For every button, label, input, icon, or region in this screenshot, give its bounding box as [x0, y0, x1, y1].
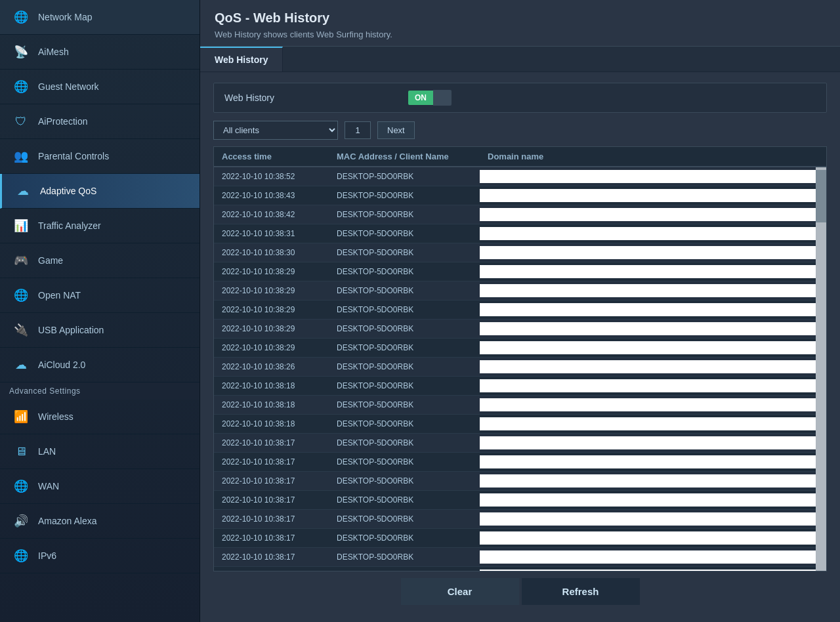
- cell-client: DESKTOP-5DO0RBK: [329, 455, 480, 468]
- cell-time: 2022-10-10 10:38:31: [214, 227, 329, 240]
- sidebar-advanced-items: 📶Wireless🖥LAN🌐WAN🔊Amazon Alexa🌐IPv6: [0, 400, 200, 573]
- cell-client: DESKTOP-5DO0RBK: [329, 208, 480, 221]
- cell-time: 2022-10-10 10:38:17: [214, 531, 329, 545]
- client-filter-select[interactable]: All clients: [213, 121, 338, 140]
- aiprotection-icon: 🛡: [12, 112, 30, 131]
- bottom-bar: Clear Refresh: [213, 571, 827, 612]
- sidebar-item-label-open-nat: Open NAT: [38, 290, 81, 301]
- cell-client: DESKTOP-5DO0RBK: [329, 246, 480, 259]
- table-row: 2022-10-10 10:38:17DESKTOP-5DO0RBK: [214, 491, 816, 510]
- cell-domain: [480, 303, 816, 316]
- scrollbar-thumb: [816, 170, 826, 222]
- cell-client: DESKTOP-5DO0RBK: [329, 303, 480, 316]
- adaptive-qos-icon: ☁: [14, 182, 32, 200]
- main-content: QoS - Web History Web History shows clie…: [200, 0, 840, 622]
- table-body[interactable]: 2022-10-10 10:38:52DESKTOP-5DO0RBK2022-1…: [214, 167, 816, 571]
- cell-domain: [480, 531, 816, 545]
- cell-time: 2022-10-10 10:38:52: [214, 170, 329, 183]
- cell-client: DESKTOP-5DO0RBK: [329, 493, 480, 507]
- cell-domain: [480, 189, 816, 202]
- scrollbar[interactable]: [816, 167, 826, 571]
- sidebar-item-guest-network[interactable]: 🌐Guest Network: [0, 70, 200, 104]
- aicloud-icon: ☁: [12, 356, 30, 374]
- sidebar-item-game[interactable]: 🎮Game: [0, 243, 200, 278]
- cell-client: DESKTOP-5DO0RBK: [329, 474, 480, 487]
- cell-domain: [480, 455, 816, 468]
- cell-time: 2022-10-10 10:38:17: [214, 550, 329, 564]
- cell-time: 2022-10-10 10:38:18: [214, 417, 329, 430]
- table-row: 2022-10-10 10:38:29DESKTOP-5DO0RBK: [214, 339, 816, 358]
- table-row: 2022-10-10 10:38:17DESKTOP-5DO0RBK: [214, 434, 816, 453]
- tab-web-history[interactable]: Web History: [200, 47, 283, 72]
- cell-domain: [480, 227, 816, 240]
- cell-domain: [480, 265, 816, 278]
- cell-client: DESKTOP-5DO0RBK: [329, 436, 480, 449]
- cell-client: DESKTOP-5DO0RBK: [329, 189, 480, 202]
- sidebar-item-parental-controls[interactable]: 👥Parental Controls: [0, 139, 200, 174]
- sidebar-item-ipv6[interactable]: 🌐IPv6: [0, 539, 200, 573]
- sidebar-item-label-aicloud: AiCloud 2.0: [38, 360, 85, 370]
- table-row: 2022-10-10 10:38:30DESKTOP-5DO0RBK: [214, 243, 816, 262]
- table-row: 2022-10-10 10:38:17DESKTOP-5DO0RBK: [214, 453, 816, 472]
- wireless-icon: 📶: [12, 407, 30, 426]
- cell-client: DESKTOP-5DO0RBK: [329, 417, 480, 430]
- cell-client: DESKTOP-5DO0RBK: [329, 284, 480, 297]
- cell-client: DESKTOP-5DO0RBK: [329, 322, 480, 335]
- open-nat-icon: 🌐: [12, 286, 30, 304]
- sidebar-item-lan[interactable]: 🖥LAN: [0, 434, 200, 469]
- toggle-label: Web History: [224, 93, 408, 103]
- ipv6-icon: 🌐: [12, 547, 30, 565]
- page-number-input[interactable]: [345, 121, 371, 139]
- th-access-time: Access time: [214, 152, 329, 161]
- sidebar-item-adaptive-qos[interactable]: ☁Adaptive QoS: [0, 174, 200, 209]
- web-history-toggle[interactable]: ON: [408, 90, 452, 106]
- sidebar-item-label-aimesh: AiMesh: [38, 47, 69, 57]
- cell-time: 2022-10-10 10:38:18: [214, 398, 329, 411]
- th-domain: Domain name: [480, 152, 816, 161]
- sidebar-item-aicloud[interactable]: ☁AiCloud 2.0: [0, 348, 200, 383]
- refresh-button[interactable]: Refresh: [522, 578, 640, 605]
- cell-domain: [480, 474, 816, 487]
- sidebar-item-open-nat[interactable]: 🌐Open NAT: [0, 278, 200, 313]
- cell-domain: [480, 512, 816, 526]
- sidebar-item-label-game: Game: [38, 255, 63, 266]
- sidebar-item-label-amazon-alexa: Amazon Alexa: [38, 516, 97, 526]
- table-header: Access time MAC Address / Client Name Do…: [214, 147, 826, 167]
- sidebar-item-label-aiprotection: AiProtection: [38, 116, 87, 127]
- cell-client: DESKTOP-5DO0RBK: [329, 512, 480, 526]
- cell-client: DESKTOP-5DO0RBK: [329, 360, 480, 373]
- sidebar-item-amazon-alexa[interactable]: 🔊Amazon Alexa: [0, 504, 200, 539]
- sidebar-item-label-adaptive-qos: Adaptive QoS: [40, 186, 96, 196]
- sidebar-item-label-wan: WAN: [38, 481, 59, 491]
- toggle-on-label: ON: [408, 91, 433, 105]
- sidebar-item-traffic-analyzer[interactable]: 📊Traffic Analyzer: [0, 209, 200, 243]
- sidebar-item-wireless[interactable]: 📶Wireless: [0, 400, 200, 434]
- sidebar-item-usb-application[interactable]: 🔌USB Application: [0, 313, 200, 348]
- sidebar-item-label-usb-application: USB Application: [38, 325, 104, 335]
- sidebar-item-aimesh[interactable]: 📡AiMesh: [0, 35, 200, 70]
- table-row: 2022-10-10 10:38:26DESKTOP-5DO0RBK: [214, 358, 816, 377]
- page-title: QoS - Web History: [215, 10, 826, 26]
- cell-time: 2022-10-10 10:38:26: [214, 360, 329, 373]
- clear-button[interactable]: Clear: [401, 578, 519, 605]
- sidebar-item-label-network-map: Network Map: [38, 12, 92, 22]
- cell-time: 2022-10-10 10:38:17: [214, 474, 329, 487]
- table-body-container: 2022-10-10 10:38:52DESKTOP-5DO0RBK2022-1…: [214, 167, 826, 571]
- cell-domain: [480, 550, 816, 564]
- sidebar-item-label-traffic-analyzer: Traffic Analyzer: [38, 220, 101, 231]
- cell-time: 2022-10-10 10:38:29: [214, 265, 329, 278]
- table-row: 2022-10-10 10:38:17DESKTOP-5DO0RBK: [214, 510, 816, 529]
- table-row: 2022-10-10 10:38:18DESKTOP-5DO0RBK: [214, 377, 816, 396]
- table-row: 2022-10-10 10:38:29DESKTOP-5DO0RBK: [214, 262, 816, 281]
- cell-time: 2022-10-10 10:38:29: [214, 303, 329, 316]
- table-row: 2022-10-10 10:38:42DESKTOP-5DO0RBK: [214, 205, 816, 224]
- cell-time: 2022-10-10 10:38:29: [214, 284, 329, 297]
- cell-domain: [480, 417, 816, 430]
- cell-domain: [480, 493, 816, 507]
- table-row: 2022-10-10 10:38:43DESKTOP-5DO0RBK: [214, 186, 816, 205]
- sidebar-item-aiprotection[interactable]: 🛡AiProtection: [0, 104, 200, 139]
- next-button[interactable]: Next: [377, 121, 415, 139]
- sidebar-item-network-map[interactable]: 🌐Network Map: [0, 0, 200, 35]
- cell-client: DESKTOP-5DO0RBK: [329, 550, 480, 564]
- sidebar-item-wan[interactable]: 🌐WAN: [0, 469, 200, 504]
